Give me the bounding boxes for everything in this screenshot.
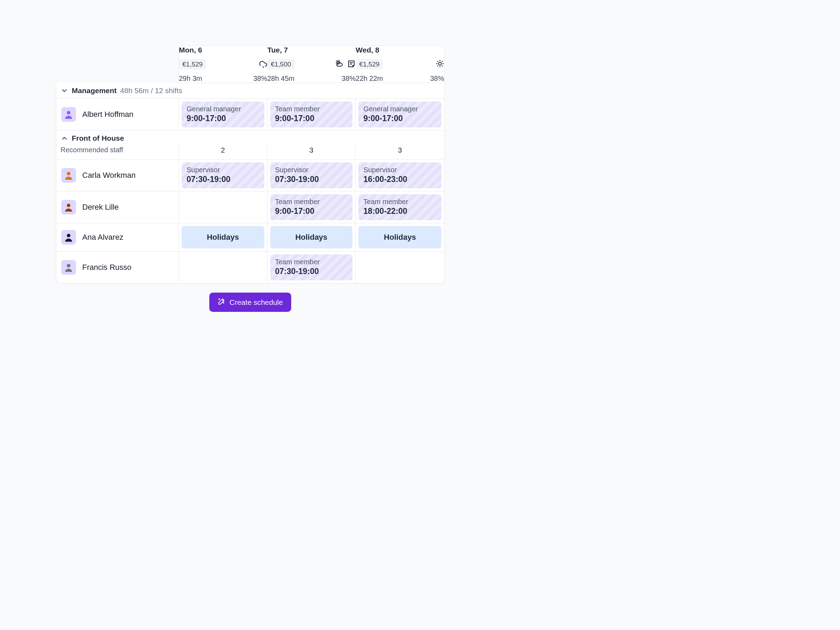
day-hours: 28h 45m (267, 74, 295, 83)
recommended-count: 2 (179, 144, 267, 159)
employee-cell[interactable]: Albert Hoffman (56, 99, 179, 130)
employee-name: Albert Hoffman (82, 110, 133, 119)
group-header-foh[interactable]: Front of House (56, 131, 444, 144)
day-pct: 38% (253, 74, 267, 83)
day-label: Tue, 7 (267, 46, 356, 54)
avatar (61, 168, 76, 183)
day-pct: 38% (430, 74, 444, 83)
shift-block[interactable]: General manager9:00-17:00 (182, 101, 264, 127)
empty-shift-cell[interactable] (179, 252, 267, 283)
schedule-grid: Management 48h 56m / 12 shifts Albert Ho… (56, 83, 445, 284)
group-title: Front of House (72, 134, 124, 142)
shift-block[interactable]: Team member9:00-17:00 (270, 101, 353, 127)
recommended-count: 3 (355, 144, 444, 159)
avatar (61, 260, 76, 275)
group-title: Management (72, 87, 117, 95)
shift-block[interactable]: Supervisor07:30-19:00 (182, 163, 264, 188)
employee-cell[interactable]: Ana Alvarez (56, 223, 179, 251)
svg-point-1 (439, 62, 441, 65)
svg-point-4 (67, 204, 70, 207)
employee-cell[interactable]: Francis Russo (56, 252, 179, 283)
day-header-wed[interactable]: Wed, 8 €1,529 22h 22m 38% (355, 46, 444, 83)
recommended-staff-row: Recommended staff 2 3 3 (56, 144, 444, 159)
svg-point-3 (67, 172, 70, 175)
magic-wand-icon (218, 297, 226, 307)
holiday-block[interactable]: Holidays (358, 226, 441, 248)
employee-cell[interactable]: Derek Lille (56, 191, 179, 223)
svg-point-6 (67, 264, 70, 267)
weather-sun-icon (436, 60, 444, 69)
chevron-down-icon (60, 87, 68, 95)
sales-badge: €1,529 (355, 59, 383, 69)
employee-name: Ana Alvarez (82, 233, 123, 242)
recommended-count: 3 (267, 144, 356, 159)
cta-label: Create schedule (230, 298, 283, 306)
svg-point-5 (67, 234, 70, 237)
holiday-block[interactable]: Holidays (270, 226, 353, 248)
svg-point-2 (67, 111, 70, 114)
empty-shift-cell[interactable] (355, 252, 444, 283)
day-label: Mon, 6 (179, 46, 267, 54)
employee-row-ana: Ana Alvarez Holidays Holidays Holidays (56, 223, 444, 252)
employee-name: Derek Lille (82, 203, 118, 212)
employee-row-carla: Carla Workman Supervisor07:30-19:00 Supe… (56, 159, 444, 191)
employee-name: Francis Russo (82, 263, 132, 272)
day-label: Wed, 8 (355, 46, 444, 54)
day-hours: 22h 22m (355, 74, 383, 83)
employee-row-albert: Albert Hoffman General manager9:00-17:00… (56, 99, 444, 131)
note-icon[interactable] (347, 60, 355, 69)
employee-row-derek: Derek Lille Team member9:00-17:00 Team m… (56, 191, 444, 223)
chevron-up-icon (60, 134, 68, 142)
sales-badge: €1,500 (267, 59, 295, 69)
shift-block[interactable]: Supervisor07:30-19:00 (270, 163, 353, 188)
shift-block[interactable]: Supervisor16:00-23:00 (358, 163, 441, 188)
employee-name: Carla Workman (82, 171, 136, 180)
group-header-management[interactable]: Management 48h 56m / 12 shifts (56, 83, 444, 99)
weather-rain-icon (259, 60, 267, 69)
weather-partly-icon (335, 60, 344, 69)
employee-row-francis: Francis Russo Team member07:30-19:00 (56, 252, 444, 283)
employee-cell[interactable]: Carla Workman (56, 159, 179, 191)
sales-badge: €1,529 (179, 59, 206, 69)
shift-block[interactable]: Team member18:00-22:00 (358, 194, 441, 220)
empty-shift-cell[interactable] (179, 191, 267, 223)
day-header-tue[interactable]: Tue, 7 €1,500 28h 45m 38% (267, 46, 356, 83)
avatar (61, 200, 76, 215)
day-header-mon[interactable]: Mon, 6 €1,529 29h 3m 38% (179, 46, 267, 83)
recommended-label: Recommended staff (56, 144, 179, 159)
group-meta: 48h 56m / 12 shifts (120, 87, 182, 95)
create-schedule-button[interactable]: Create schedule (209, 293, 292, 312)
day-hours: 29h 3m (179, 74, 202, 83)
day-pct: 38% (342, 74, 355, 83)
avatar (61, 230, 76, 245)
shift-block[interactable]: Team member9:00-17:00 (270, 194, 353, 220)
holiday-block[interactable]: Holidays (182, 226, 264, 248)
shift-block[interactable]: General manager9:00-17:00 (358, 101, 441, 127)
avatar (61, 107, 76, 122)
shift-block[interactable]: Team member07:30-19:00 (270, 254, 353, 280)
schedule-day-headers: Mon, 6 €1,529 29h 3m 38% Tue, 7 €1,500 (178, 46, 445, 83)
